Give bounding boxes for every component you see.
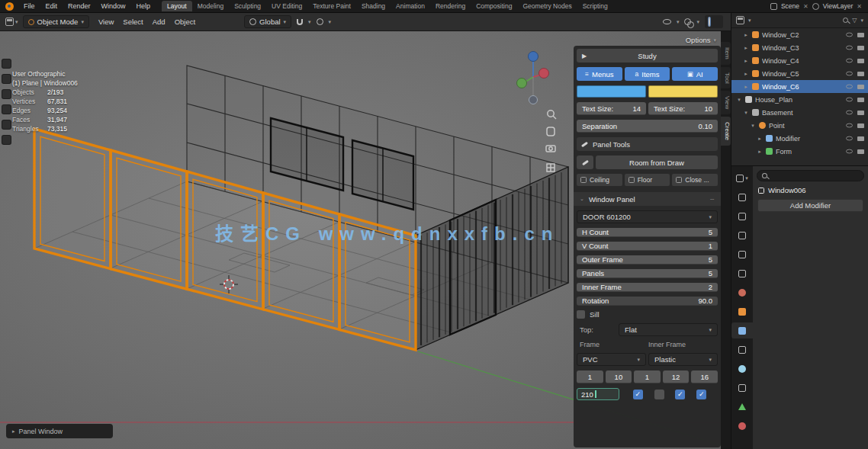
color-swatch-yellow[interactable] bbox=[648, 85, 718, 98]
number-field-3[interactable]: 1 bbox=[634, 370, 661, 383]
proportional-editing-icon[interactable] bbox=[317, 18, 323, 25]
properties-tab-material[interactable] bbox=[733, 418, 751, 434]
properties-tab-view-layer[interactable] bbox=[733, 246, 751, 262]
window-panel-header[interactable]: ⌄ Window Panel ┄ bbox=[574, 192, 721, 206]
tool-rotate-icon[interactable] bbox=[2, 104, 11, 114]
blender-logo-icon[interactable] bbox=[5, 2, 14, 11]
properties-tab-particles[interactable] bbox=[733, 342, 751, 358]
toggle-close[interactable]: Close ... bbox=[672, 174, 718, 186]
toggle-floor[interactable]: Floor bbox=[625, 174, 670, 186]
panel-menu-icon[interactable]: ┄ bbox=[710, 196, 715, 203]
overlays-icon[interactable] bbox=[684, 18, 691, 25]
tool-move-icon[interactable] bbox=[2, 89, 11, 99]
study-button[interactable]: ▶ Study bbox=[577, 49, 718, 63]
text-size-field-1[interactable]: Text Size:14 bbox=[577, 102, 646, 115]
camera-icon[interactable] bbox=[857, 46, 864, 50]
sidebar-tab-tool[interactable]: Tool bbox=[721, 67, 731, 89]
outliner-row-basement[interactable]: ▾ Basement bbox=[731, 106, 868, 119]
workspace-tab-uv-editing[interactable]: UV Editing bbox=[266, 1, 307, 11]
visibility-caret-icon[interactable]: ▾ bbox=[677, 19, 680, 25]
viewlayer-selector[interactable]: ViewLayer bbox=[823, 2, 854, 10]
workspace-tab-animation[interactable]: Animation bbox=[391, 1, 430, 11]
eye-icon[interactable] bbox=[846, 111, 853, 114]
panel-checkbox-4[interactable]: ✓ bbox=[696, 390, 706, 399]
scene-unlink-icon[interactable]: ✕ bbox=[803, 3, 809, 10]
menu-file[interactable]: File bbox=[18, 2, 40, 10]
inner-material-select[interactable]: Plastic▾ bbox=[648, 353, 718, 366]
camera-view-icon[interactable] bbox=[546, 146, 555, 152]
editor-type-icon[interactable] bbox=[5, 18, 14, 26]
shading-wireframe-button[interactable] bbox=[708, 17, 711, 27]
filter-icon[interactable]: ▽ bbox=[852, 17, 857, 24]
camera-icon[interactable] bbox=[857, 136, 864, 141]
properties-tab-tool[interactable] bbox=[733, 189, 751, 205]
snap-caret-icon[interactable]: ▾ bbox=[308, 19, 311, 25]
camera-icon[interactable] bbox=[857, 33, 864, 37]
eye-icon[interactable] bbox=[846, 85, 853, 88]
outliner-row-window-c4[interactable]: ▸ Window_C4 bbox=[731, 54, 868, 67]
outliner-row-window-c6[interactable]: ▸ Window_C6 bbox=[731, 80, 868, 93]
visibility-icon[interactable] bbox=[663, 19, 671, 24]
menu-help[interactable]: Help bbox=[131, 2, 156, 10]
camera-icon[interactable] bbox=[857, 111, 864, 115]
sidebar-tab-view[interactable]: View bbox=[721, 91, 731, 114]
outliner-row-modifier[interactable]: ▸ Modifier bbox=[731, 132, 868, 145]
expand-arrow-icon[interactable]: ▾ bbox=[743, 110, 749, 116]
toggle-ceiling[interactable]: Ceiling bbox=[577, 174, 622, 186]
properties-tab-constraints[interactable] bbox=[733, 380, 751, 396]
properties-tab-render[interactable] bbox=[733, 208, 751, 224]
proportional-caret-icon[interactable]: ▾ bbox=[329, 19, 332, 25]
expand-arrow-icon[interactable]: ▾ bbox=[736, 97, 742, 103]
top-type-select[interactable]: Flat▾ bbox=[619, 323, 718, 336]
workspace-tab-geometry-nodes[interactable]: Geometry Nodes bbox=[517, 1, 577, 11]
mode-dropdown[interactable]: Object Mode ▾ bbox=[23, 15, 89, 28]
snap-magnet-icon[interactable] bbox=[297, 19, 303, 25]
search-icon[interactable] bbox=[843, 18, 848, 23]
eye-icon[interactable] bbox=[846, 136, 853, 140]
expand-arrow-icon[interactable]: ▸ bbox=[743, 32, 749, 38]
workspace-tab-sculpting[interactable]: Sculpting bbox=[229, 1, 266, 11]
number-field-5[interactable]: 16 bbox=[691, 370, 718, 383]
expand-arrow-icon[interactable]: ▸ bbox=[757, 149, 763, 155]
properties-tab-world[interactable] bbox=[733, 284, 751, 300]
outliner-row-window-c5[interactable]: ▸ Window_C5 bbox=[731, 67, 868, 80]
orientation-dropdown[interactable]: Global ▾ bbox=[244, 15, 291, 28]
properties-tab-output[interactable] bbox=[733, 227, 751, 243]
color-swatch-blue[interactable] bbox=[577, 85, 646, 98]
number-field-2[interactable]: 10 bbox=[606, 370, 632, 383]
door-type-select[interactable]: DOOR 601200▾ bbox=[577, 210, 718, 223]
eye-icon[interactable] bbox=[846, 33, 853, 37]
panel-checkbox-3[interactable]: ✓ bbox=[675, 390, 685, 399]
outliner-editor-icon[interactable] bbox=[736, 16, 744, 24]
outliner-row-house-plan[interactable]: ▾ House_Plan bbox=[731, 93, 868, 106]
workspace-tab-shading[interactable]: Shading bbox=[356, 1, 391, 11]
tool-cursor-icon[interactable] bbox=[2, 74, 11, 84]
sidebar-tab-create[interactable]: Create bbox=[721, 117, 731, 146]
properties-tab-object[interactable] bbox=[733, 303, 751, 319]
viewlayer-unlink-icon[interactable]: ✕ bbox=[857, 3, 862, 10]
slider-outer-frame[interactable]: Outer Frame5 bbox=[577, 255, 718, 265]
outliner-row-window-c3[interactable]: ▸ Window_C3 bbox=[731, 41, 868, 54]
properties-tab-object-data[interactable] bbox=[733, 399, 751, 415]
menus-button[interactable]: ≡Menus bbox=[577, 67, 622, 81]
camera-icon[interactable] bbox=[857, 72, 864, 76]
room-from-draw-button[interactable]: Room from Draw bbox=[596, 156, 718, 169]
outliner-row-window-c2[interactable]: ▸ Window_C2 bbox=[731, 28, 868, 41]
properties-tab-modifiers[interactable] bbox=[731, 322, 753, 338]
operator-panel[interactable]: ▸ Panel Window bbox=[6, 424, 113, 438]
outliner-row-form[interactable]: ▸ Form bbox=[731, 145, 868, 158]
eye-icon[interactable] bbox=[846, 59, 853, 63]
camera-icon[interactable] bbox=[857, 98, 864, 102]
expand-arrow-icon[interactable]: ▸ bbox=[743, 45, 749, 51]
move-view-hand-icon[interactable] bbox=[547, 127, 555, 136]
workspace-tab-modeling[interactable]: Modeling bbox=[192, 1, 230, 11]
camera-icon[interactable] bbox=[857, 149, 864, 154]
overlays-caret-icon[interactable]: ▾ bbox=[696, 19, 699, 25]
ai-button[interactable]: ▣AI bbox=[672, 67, 718, 81]
workspace-tab-compositing[interactable]: Compositing bbox=[471, 1, 517, 11]
sidebar-tab-item[interactable]: Item bbox=[721, 42, 731, 65]
workspace-tab-texture-paint[interactable]: Texture Paint bbox=[307, 1, 356, 11]
tool-select-icon[interactable] bbox=[2, 59, 11, 69]
items-button[interactable]: aItems bbox=[625, 67, 670, 81]
active-value-input[interactable]: 210 bbox=[577, 388, 619, 400]
